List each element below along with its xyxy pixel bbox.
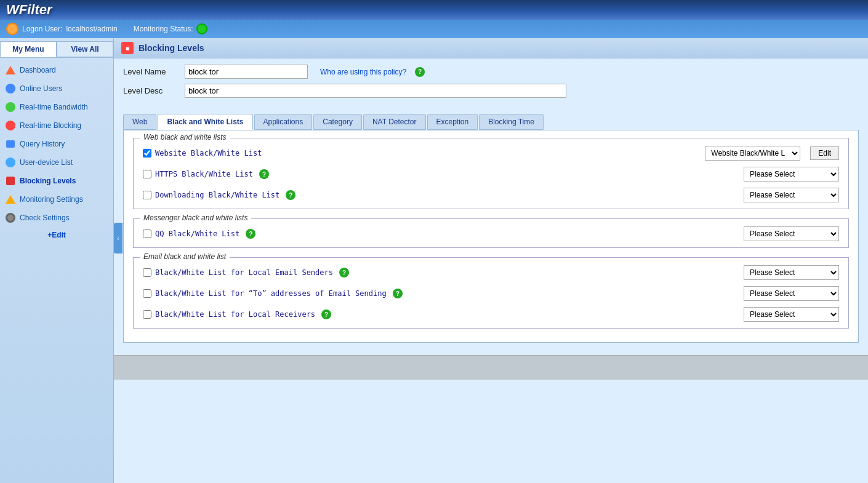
website-bwl-edit-button[interactable]: Edit (810, 146, 839, 160)
website-bwl-select[interactable]: Website Black/White L (705, 146, 800, 161)
monitoring-status-icon (196, 23, 207, 34)
sidebar-item-query-history[interactable]: Query History (0, 135, 113, 153)
level-name-input[interactable] (185, 65, 308, 79)
levels-icon (5, 175, 16, 186)
sidebar-item-check-settings[interactable]: Check Settings (0, 209, 113, 227)
https-bwl-row: HTTPS Black/White List ? Please Select (143, 167, 839, 182)
sidebar-item-user-device-list[interactable]: User-device List (0, 153, 113, 172)
email-senders-bwl-select[interactable]: Please Select (744, 265, 839, 280)
email-receivers-help-icon[interactable]: ? (321, 309, 331, 319)
level-desc-row: Level Desc (123, 84, 859, 98)
level-name-row: Level Name Who are using this policy? ? (123, 65, 859, 79)
tabs-bar: Web Black and White Lists Applications C… (123, 114, 859, 130)
tab-web[interactable]: Web (123, 114, 156, 130)
edit-link[interactable]: +Edit (0, 227, 113, 243)
qq-bwl-select[interactable]: Please Select (744, 226, 839, 241)
https-bwl-select[interactable]: Please Select (744, 167, 839, 182)
email-receivers-bwl-checkbox[interactable] (143, 310, 151, 319)
email-to-help-icon[interactable]: ? (393, 289, 403, 298)
email-senders-bwl-label: Black/White List for Local Email Senders (155, 268, 333, 277)
qq-bwl-checkbox[interactable] (143, 230, 151, 238)
sidebar-label-blocking-levels: Blocking Levels (20, 177, 76, 185)
web-bwl-section: Web black and white lists Website Black/… (133, 138, 849, 209)
level-name-label: Level Name (123, 67, 179, 76)
email-to-bwl-row: Black/White List for “To” addresses of E… (143, 286, 839, 301)
email-senders-bwl-checkbox[interactable] (143, 268, 151, 277)
topbar: Logon User: localhost/admin Monitoring S… (0, 20, 868, 38)
policy-help-icon[interactable]: ? (415, 67, 425, 77)
tab-applications[interactable]: Applications (254, 114, 313, 130)
email-bwl-section: Email black and white list Black/White L… (133, 257, 849, 329)
tab-exception[interactable]: Exception (427, 114, 478, 130)
qq-bwl-row: QQ Black/White List ? Please Select (143, 226, 839, 241)
downloading-bwl-select[interactable]: Please Select (744, 188, 839, 202)
https-bwl-checkbox[interactable] (143, 170, 151, 178)
device-icon (5, 157, 16, 168)
messenger-bwl-section: Messenger black and white lists QQ Black… (133, 218, 849, 248)
sidebar-label-online-users: Online Users (20, 84, 62, 93)
sidebar-tabs: My Menu View All (0, 41, 113, 58)
email-to-bwl-label: Black/White List for “To” addresses of E… (155, 289, 387, 298)
https-bwl-label: HTTPS Black/White List (155, 170, 253, 178)
tab-viewall[interactable]: View All (57, 41, 113, 57)
tab-black-white-lists[interactable]: Black and White Lists (158, 114, 252, 130)
sidebar-label-user-device-list: User-device List (20, 158, 73, 167)
website-bwl-label: Website Black/White List (155, 149, 262, 158)
sidebar-item-blocking-levels[interactable]: Blocking Levels (0, 172, 113, 190)
downloading-bwl-checkbox[interactable] (143, 191, 151, 199)
qq-bwl-label: QQ Black/White List (155, 230, 239, 238)
website-bwl-row: Website Black/White List Website Black/W… (143, 146, 839, 161)
level-desc-input[interactable] (185, 84, 566, 98)
logon-user: localhost/admin (66, 25, 117, 33)
sidebar-item-realtime-blocking[interactable]: Real-time Blocking (0, 116, 113, 135)
tab-nat-detector[interactable]: NAT Detector (363, 114, 426, 130)
messenger-bwl-legend: Messenger black and white lists (140, 214, 251, 222)
sidebar: My Menu View All Dashboard Online Users … (0, 38, 114, 483)
email-bwl-legend: Email black and white list (140, 252, 230, 261)
sidebar-label-check-settings: Check Settings (20, 214, 70, 222)
logon-label: Logon User: (22, 25, 62, 33)
settings-icon (5, 194, 16, 205)
qq-bwl-help-icon[interactable]: ? (246, 229, 255, 239)
email-to-bwl-checkbox[interactable] (143, 289, 151, 298)
sidebar-item-dashboard[interactable]: Dashboard (0, 61, 113, 79)
home-icon (5, 65, 16, 76)
website-bwl-checkbox[interactable] (143, 149, 151, 158)
downloading-bwl-label: Downloading Black/White List (155, 191, 279, 199)
email-receivers-bwl-label: Black/White List for Local Receivers (155, 310, 315, 319)
bottom-bar (114, 355, 868, 380)
page-title-bar: ■ Blocking Levels (114, 38, 868, 58)
blocking-icon (5, 120, 16, 131)
web-bwl-legend: Web black and white lists (140, 133, 230, 142)
https-bwl-help-icon[interactable]: ? (259, 169, 269, 179)
sidebar-label-query-history: Query History (20, 140, 65, 148)
sidebar-label-realtime-blocking: Real-time Blocking (20, 121, 81, 130)
email-to-bwl-select[interactable]: Please Select (744, 286, 839, 301)
email-receivers-bwl-select[interactable]: Please Select (744, 307, 839, 322)
policy-link[interactable]: Who are using this policy? (320, 68, 406, 76)
collapse-handle[interactable]: ‹ (114, 223, 123, 253)
sidebar-label-dashboard: Dashboard (20, 66, 56, 74)
sidebar-item-monitoring-settings[interactable]: Monitoring Settings (0, 190, 113, 209)
sidebar-label-monitoring-settings: Monitoring Settings (20, 195, 83, 204)
tab-blocking-time[interactable]: Blocking Time (479, 114, 544, 130)
email-senders-help-icon[interactable]: ? (339, 268, 349, 277)
check-icon (5, 212, 16, 223)
tab-content: Web black and white lists Website Black/… (123, 130, 859, 343)
level-desc-label: Level Desc (123, 86, 179, 95)
downloading-bwl-help-icon[interactable]: ? (286, 190, 295, 200)
tab-mymenu[interactable]: My Menu (0, 41, 57, 57)
sidebar-item-online-users[interactable]: Online Users (0, 79, 113, 98)
bandwidth-icon (5, 102, 16, 113)
history-icon (5, 138, 16, 150)
tab-category[interactable]: Category (313, 114, 362, 130)
email-senders-bwl-row: Black/White List for Local Email Senders… (143, 265, 839, 280)
sidebar-item-realtime-bandwidth[interactable]: Real-time Bandwidth (0, 98, 113, 116)
user-icon (6, 23, 18, 35)
form-area: Level Name Who are using this policy? ? … (114, 58, 868, 109)
monitoring-label: Monitoring Status: (134, 25, 193, 33)
app-logo: WFilter (6, 2, 52, 18)
email-receivers-bwl-row: Black/White List for Local Receivers ? P… (143, 307, 839, 322)
page-title: Blocking Levels (139, 43, 204, 53)
app-header: WFilter (0, 0, 868, 20)
